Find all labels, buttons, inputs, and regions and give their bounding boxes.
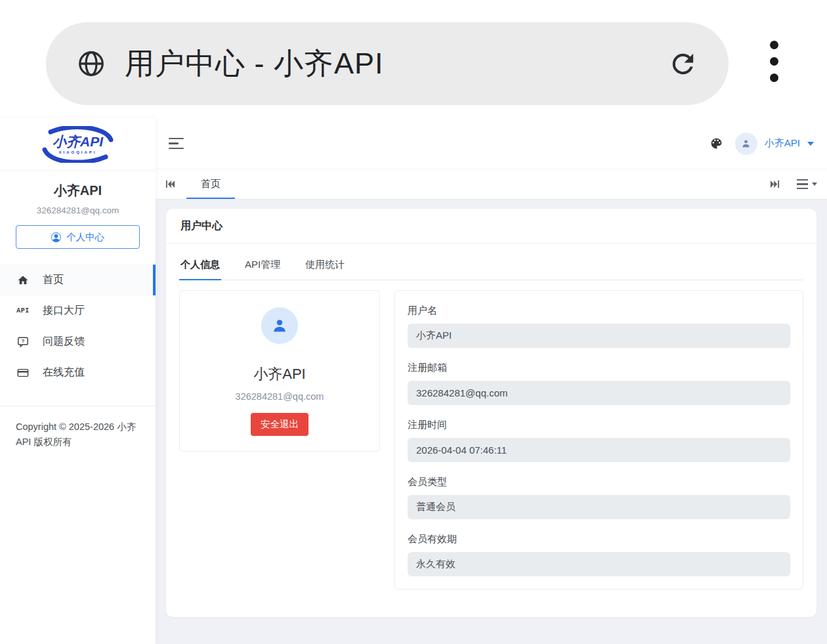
tab-home[interactable]: 首页 xyxy=(186,169,235,199)
field-member-validity: 会员有效期 永久有效 xyxy=(408,533,790,576)
sidebar-user-summary: 小齐API 326284281@qq.com 个人中心 xyxy=(0,171,156,249)
profile-name: 小齐API xyxy=(193,364,366,384)
sidebar-user-name: 小齐API xyxy=(0,182,156,200)
main-area: 小齐API 首页 xyxy=(156,118,827,644)
sidebar-logo[interactable]: 小齐API XIAOQIAPI xyxy=(0,118,156,171)
logout-button[interactable]: 安全退出 xyxy=(251,413,308,436)
sidebar-item-home[interactable]: 首页 xyxy=(0,265,156,295)
api-icon: API xyxy=(16,307,30,314)
register-time-field[interactable]: 2026-04-04 07:46:11 xyxy=(408,438,790,462)
browser-menu-icon[interactable] xyxy=(770,41,778,82)
sidebar-toggle-icon[interactable] xyxy=(169,138,184,150)
profile-center-button[interactable]: 个人中心 xyxy=(16,225,140,249)
avatar xyxy=(735,133,757,155)
theme-palette-icon[interactable] xyxy=(710,137,723,150)
copyright-text: Copyright © 2025-2026 小齐 API 版权所有 xyxy=(0,406,156,463)
field-label: 会员有效期 xyxy=(408,533,790,546)
username-field[interactable]: 小齐API xyxy=(408,324,790,348)
sidebar-item-api-hall[interactable]: API 接口大厅 xyxy=(0,295,156,326)
page-title: 用户中心 - 小齐API xyxy=(125,44,668,83)
person-icon xyxy=(740,138,752,149)
tab-options-icon[interactable] xyxy=(797,179,817,189)
refresh-icon[interactable] xyxy=(668,49,698,79)
person-circle-icon xyxy=(51,232,61,242)
field-label: 注册时间 xyxy=(408,419,790,431)
scroll-tabs-end-icon[interactable] xyxy=(770,179,780,189)
sidebar-item-label: 在线充值 xyxy=(43,366,85,379)
scroll-tabs-start-icon[interactable] xyxy=(165,179,175,189)
browser-chrome: 用户中心 - 小齐API xyxy=(0,0,827,118)
account-info-panel: 用户名 小齐API 注册邮箱 326284281@qq.com 注册时间 202… xyxy=(394,290,803,590)
feedback-icon: ? xyxy=(16,336,30,348)
sidebar-item-feedback[interactable]: ? 问题反馈 xyxy=(0,326,156,357)
member-type-field[interactable]: 普通会员 xyxy=(408,495,790,519)
tab-label: 个人信息 xyxy=(180,259,220,270)
sidebar-nav: 首页 API 接口大厅 ? 问题反馈 xyxy=(0,265,156,388)
sidebar-item-label: 首页 xyxy=(43,273,64,287)
person-icon xyxy=(270,316,289,335)
content-area: 用户中心 个人信息 API管理 使用统计 xyxy=(156,200,827,644)
tab-api-management[interactable]: API管理 xyxy=(244,252,282,280)
url-bar[interactable]: 用户中心 - 小齐API xyxy=(46,22,729,105)
sidebar-item-label: 问题反馈 xyxy=(43,335,85,349)
profile-center-label: 个人中心 xyxy=(66,231,104,244)
tab-label: 使用统计 xyxy=(305,259,345,270)
member-validity-field[interactable]: 永久有效 xyxy=(408,552,790,576)
card-tabs: 个人信息 API管理 使用统计 xyxy=(179,252,803,280)
field-register-time: 注册时间 2026-04-04 07:46:11 xyxy=(408,419,790,462)
card-title: 用户中心 xyxy=(166,209,816,244)
sidebar-user-email: 326284281@qq.com xyxy=(0,205,156,215)
profile-email: 326284281@qq.com xyxy=(193,391,366,402)
sidebar-item-recharge[interactable]: 在线充值 xyxy=(0,357,156,388)
home-icon xyxy=(16,274,30,286)
user-dropdown[interactable]: 小齐API xyxy=(735,133,814,155)
tab-personal-info[interactable]: 个人信息 xyxy=(179,252,221,280)
credit-card-icon xyxy=(16,367,30,379)
tab-usage-stats[interactable]: 使用统计 xyxy=(304,252,346,280)
logo-text: 小齐API xyxy=(53,135,103,148)
header-user-name: 小齐API xyxy=(765,137,800,150)
field-label: 注册邮箱 xyxy=(408,362,790,374)
sidebar-item-label: 接口大厅 xyxy=(43,304,85,318)
top-header: 小齐API xyxy=(156,118,827,169)
card-body: 小齐API 326284281@qq.com 安全退出 用户名 小齐API 注册… xyxy=(166,280,816,603)
page-tabbar: 首页 xyxy=(156,169,827,200)
field-label: 用户名 xyxy=(408,305,790,317)
user-center-card: 用户中心 个人信息 API管理 使用统计 xyxy=(166,209,816,617)
field-member-type: 会员类型 普通会员 xyxy=(408,476,790,519)
field-label: 会员类型 xyxy=(408,476,790,488)
tab-label: API管理 xyxy=(245,259,280,270)
logo-subtext: XIAOQIAPI xyxy=(58,150,96,154)
avatar xyxy=(261,307,298,344)
chevron-down-icon xyxy=(807,142,814,146)
field-register-email: 注册邮箱 326284281@qq.com xyxy=(408,362,790,405)
svg-text:?: ? xyxy=(22,338,25,344)
register-email-field[interactable]: 326284281@qq.com xyxy=(408,381,790,405)
profile-panel: 小齐API 326284281@qq.com 安全退出 xyxy=(179,290,380,452)
app-shell: 小齐API XIAOQIAPI 小齐API 326284281@qq.com 个… xyxy=(0,118,827,644)
tab-label: 首页 xyxy=(201,178,221,190)
sidebar: 小齐API XIAOQIAPI 小齐API 326284281@qq.com 个… xyxy=(0,118,156,644)
field-username: 用户名 小齐API xyxy=(408,305,790,348)
globe-icon xyxy=(76,49,106,79)
